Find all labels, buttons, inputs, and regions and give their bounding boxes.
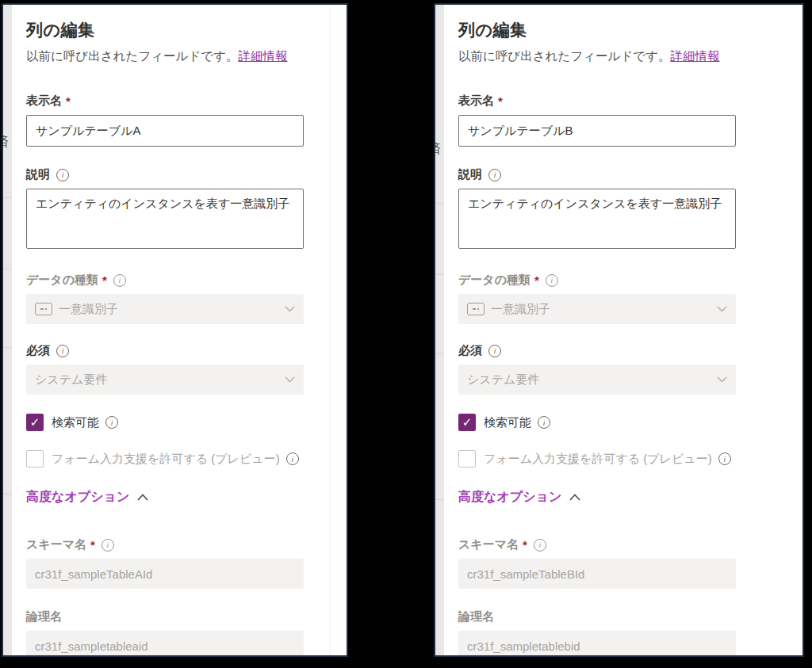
form-fill-assist-checkbox[interactable] — [458, 450, 476, 468]
display-name-label: 表示名 — [458, 94, 494, 109]
info-icon[interactable]: i — [488, 345, 501, 357]
display-name-label-row: 表示名 * — [458, 94, 736, 109]
logical-name-label-row: 論理名 — [458, 609, 736, 624]
screenshot-background: 済 列の編集 以前に呼び出されたフィールドです。詳細情報 表示名 * 説明 — [0, 0, 812, 668]
display-name-group: 表示名 * — [458, 94, 736, 147]
required-value: システム要件 — [35, 372, 107, 387]
info-icon[interactable]: i — [102, 539, 114, 552]
schema-name-label-row: スキーマ名 * i — [458, 537, 736, 552]
edit-column-panel-b: 済 列の編集 以前に呼び出されたフィールドです。詳細情報 表示名 * 説明 — [434, 3, 804, 657]
data-type-dropdown: 一意識別子 — [458, 294, 736, 324]
logical-name-label: 論理名 — [26, 609, 62, 624]
display-name-label: 表示名 — [26, 94, 62, 109]
data-type-label: データの種類 — [458, 273, 530, 288]
required-group: 必須 i システム要件 — [458, 343, 736, 395]
display-name-input[interactable] — [26, 115, 304, 147]
schema-name-group: スキーマ名 * i — [458, 537, 736, 589]
info-icon[interactable]: i — [546, 274, 558, 287]
scrollbar-track[interactable] — [330, 5, 331, 655]
form-fill-assist-label: フォーム入力支援を許可する (プレビュー) — [484, 452, 712, 467]
data-type-value: 一意識別子 — [59, 302, 118, 317]
required-dropdown: システム要件 — [26, 365, 304, 395]
info-icon[interactable]: i — [488, 169, 501, 181]
info-icon[interactable]: i — [56, 169, 69, 181]
display-name-group: 表示名 * — [26, 94, 304, 147]
subtitle-text: 以前に呼び出されたフィールドです。 — [26, 49, 239, 63]
schema-name-group: スキーマ名 * i — [26, 537, 304, 589]
description-label-row: 説明 i — [26, 167, 304, 182]
chevron-up-icon — [137, 494, 148, 501]
required-label: 必須 — [458, 343, 482, 358]
chevron-down-icon — [285, 376, 295, 383]
logical-name-group: 論理名 — [458, 609, 736, 655]
page-title: 列の編集 — [458, 19, 787, 41]
info-icon[interactable]: i — [56, 345, 69, 357]
advanced-options-toggle[interactable]: 高度なオプション — [458, 489, 787, 506]
searchable-label-row: 検索可能 i — [484, 415, 550, 430]
background-page-sliver: 済 — [3, 5, 12, 655]
schema-name-input — [458, 559, 736, 589]
background-row-divider — [435, 203, 444, 204]
learn-more-link[interactable]: 詳細情報 — [239, 49, 288, 63]
data-type-dropdown: 一意識別子 — [26, 294, 304, 324]
edit-column-form-a: 列の編集 以前に呼び出されたフィールドです。詳細情報 表示名 * 説明 i エン… — [12, 5, 347, 655]
schema-name-label: スキーマ名 — [26, 537, 86, 552]
required-asterisk: * — [102, 273, 107, 287]
searchable-row: ✓ 検索可能 i — [26, 414, 331, 431]
description-label-row: 説明 i — [458, 167, 736, 182]
background-partial-text: 済 — [435, 141, 441, 158]
searchable-checkbox[interactable]: ✓ — [458, 414, 476, 431]
form-fill-assist-label-row: フォーム入力支援を許可する (プレビュー) i — [484, 452, 731, 467]
searchable-row: ✓ 検索可能 i — [458, 414, 787, 431]
data-type-group: データの種類 * i 一意識別子 — [458, 273, 736, 324]
background-row-divider — [435, 353, 444, 354]
edit-column-panel-a: 済 列の編集 以前に呼び出されたフィールドです。詳細情報 表示名 * 説明 — [2, 3, 348, 657]
edit-column-form-b: 列の編集 以前に呼び出されたフィールドです。詳細情報 表示名 * 説明 i エン… — [444, 5, 802, 655]
info-icon[interactable]: i — [113, 274, 126, 287]
schema-name-label: スキーマ名 — [458, 537, 519, 552]
unique-identifier-icon — [467, 303, 485, 315]
searchable-label-row: 検索可能 i — [52, 415, 118, 430]
background-row-divider — [3, 269, 12, 269]
required-group: 必須 i システム要件 — [26, 343, 304, 395]
required-asterisk: * — [534, 273, 539, 287]
description-textarea[interactable]: エンティティのインスタンスを表す一意識別子 — [458, 189, 736, 249]
description-group: 説明 i エンティティのインスタンスを表す一意識別子 — [26, 167, 304, 252]
data-type-group: データの種類 * i 一意識別子 — [26, 273, 304, 324]
info-icon[interactable]: i — [286, 452, 299, 465]
background-row-divider — [3, 494, 12, 494]
panel-subtitle: 以前に呼び出されたフィールドです。詳細情報 — [26, 48, 331, 65]
schema-name-label-row: スキーマ名 * i — [26, 537, 304, 552]
required-dropdown: システム要件 — [458, 365, 736, 395]
advanced-options-toggle[interactable]: 高度なオプション — [26, 489, 331, 506]
display-name-input[interactable] — [458, 115, 736, 147]
required-asterisk: * — [523, 538, 527, 552]
background-page-sliver: 済 — [435, 5, 444, 655]
required-label-row: 必須 i — [458, 343, 736, 358]
background-row-divider — [3, 197, 12, 198]
learn-more-link[interactable]: 詳細情報 — [671, 49, 720, 63]
description-textarea[interactable]: エンティティのインスタンスを表す一意識別子 — [26, 189, 304, 249]
info-icon[interactable]: i — [538, 416, 550, 429]
data-type-label-row: データの種類 * i — [458, 273, 736, 288]
searchable-checkbox[interactable]: ✓ — [26, 414, 44, 431]
info-icon[interactable]: i — [105, 416, 118, 429]
advanced-options-label: 高度なオプション — [458, 489, 561, 506]
form-fill-assist-label-row: フォーム入力支援を許可する (プレビュー) i — [52, 452, 299, 467]
unique-identifier-icon — [35, 303, 52, 315]
info-icon[interactable]: i — [534, 539, 546, 552]
display-name-label-row: 表示名 * — [26, 94, 304, 109]
form-fill-assist-checkbox[interactable] — [26, 450, 44, 468]
required-value: システム要件 — [467, 372, 539, 387]
chevron-down-icon — [285, 306, 295, 312]
logical-name-input — [458, 631, 736, 655]
data-type-label: データの種類 — [26, 273, 98, 288]
page-title: 列の編集 — [26, 19, 331, 41]
required-asterisk: * — [90, 538, 95, 552]
searchable-label: 検索可能 — [484, 415, 531, 430]
chevron-down-icon — [717, 306, 727, 312]
description-label: 説明 — [26, 167, 50, 182]
form-fill-assist-row: フォーム入力支援を許可する (プレビュー) i — [458, 450, 787, 468]
chevron-down-icon — [717, 376, 727, 383]
info-icon[interactable]: i — [718, 452, 731, 465]
